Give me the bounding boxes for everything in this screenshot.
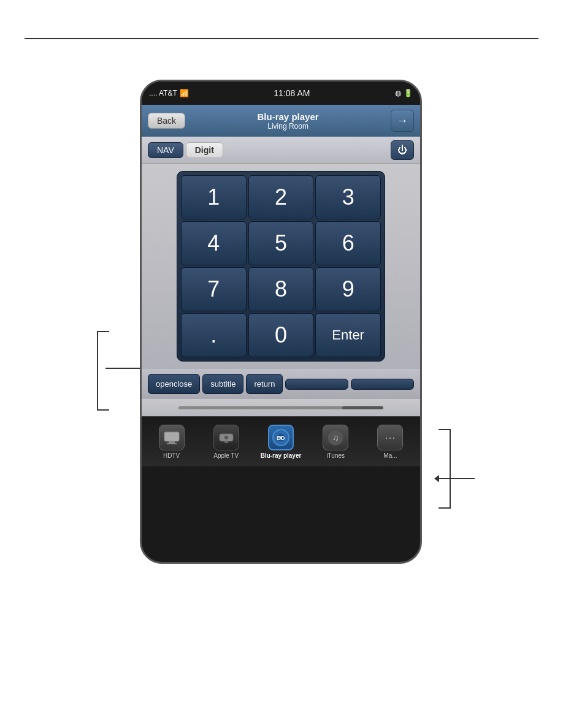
music-icon: ♫ (323, 425, 348, 450)
scroll-area (142, 399, 420, 416)
tv-icon (159, 425, 185, 450)
return-button[interactable]: return (246, 374, 283, 394)
digit-btn-2[interactable]: 2 (248, 175, 314, 219)
phone-frame: .... AT&T 📶 11:08 AM ◍ 🔋 Back Blu-ray pl… (140, 80, 422, 564)
left-bracket (97, 331, 109, 411)
bottom-dock: HDTV Apple TV BD (142, 416, 420, 466)
nav-icon-button[interactable]: → (391, 110, 414, 132)
digit-btn-4[interactable]: 4 (181, 221, 247, 265)
digit-btn-1[interactable]: 1 (181, 175, 247, 219)
scroll-bar[interactable] (178, 406, 383, 409)
bluray-icon: BD (268, 425, 294, 450)
digit-btn-5[interactable]: 5 (248, 221, 314, 265)
header-bar: Back Blu-ray player Living Room → (142, 105, 420, 137)
svg-text:♫: ♫ (332, 433, 339, 442)
dock-item-itunes[interactable]: ♫ iTunes (308, 422, 363, 461)
digit-btn-9[interactable]: 9 (315, 267, 381, 311)
battery-icon: 🔋 (404, 89, 413, 97)
svg-rect-2 (167, 443, 177, 444)
digit-btn-0[interactable]: 0 (248, 313, 314, 357)
digit-area: 1 2 3 4 5 6 7 8 9 . 0 Enter (142, 164, 420, 369)
more-icon: ⋯ (377, 425, 403, 450)
status-right: ◍ 🔋 (395, 89, 413, 97)
header-title-main: Blu-ray player (190, 112, 386, 122)
tab-bar: NAV Digit ⏻ (142, 137, 420, 164)
right-bracket (439, 429, 451, 509)
subtitle-button[interactable]: subtitle (202, 374, 243, 394)
digit-btn-dot[interactable]: . (181, 313, 247, 357)
power-button[interactable]: ⏻ (391, 140, 414, 160)
digit-btn-8[interactable]: 8 (248, 267, 314, 311)
dock-item-bluray[interactable]: BD Blu-ray player (253, 422, 308, 461)
digit-btn-7[interactable]: 7 (181, 267, 247, 311)
digit-btn-enter[interactable]: Enter (315, 313, 381, 357)
right-arrow (438, 478, 475, 479)
apple-tv-icon (213, 425, 239, 450)
carrier-text: .... AT&T (149, 89, 177, 97)
left-arrow (105, 368, 142, 369)
scroll-thumb (342, 406, 383, 409)
status-time: 11:08 AM (274, 88, 310, 98)
power-icon: ⏻ (397, 145, 407, 156)
blank-button-2[interactable] (351, 379, 414, 390)
dock-label-appletv: Apple TV (213, 452, 239, 459)
status-left: .... AT&T 📶 (149, 89, 189, 97)
digit-btn-3[interactable]: 3 (315, 175, 381, 219)
dock-label-itunes: iTunes (326, 452, 345, 459)
dock-item-more[interactable]: ⋯ Ma... (363, 422, 418, 461)
dock-item-hdtv[interactable]: HDTV (144, 422, 199, 461)
svg-rect-4 (224, 441, 228, 443)
dock-label-more: Ma... (383, 452, 397, 459)
header-title: Blu-ray player Living Room (190, 112, 386, 131)
digit-btn-6[interactable]: 6 (315, 221, 381, 265)
tab-digit[interactable]: Digit (186, 142, 223, 158)
arrow-right-icon: → (397, 115, 408, 127)
dock-label-bluray: Blu-ray player (261, 452, 302, 459)
svg-rect-0 (164, 432, 179, 441)
bottom-action-buttons: openclose subtitle return (142, 369, 420, 399)
openclose-button[interactable]: openclose (148, 374, 200, 394)
header-title-sub: Living Room (190, 122, 386, 131)
status-bar: .... AT&T 📶 11:08 AM ◍ 🔋 (142, 82, 420, 105)
back-button[interactable]: Back (148, 113, 185, 129)
svg-rect-1 (169, 441, 175, 443)
blank-button-1[interactable] (285, 379, 348, 390)
dock-label-hdtv: HDTV (163, 452, 180, 459)
tab-nav[interactable]: NAV (148, 142, 183, 158)
wifi-icon: 📶 (180, 89, 189, 97)
svg-text:BD: BD (277, 435, 285, 441)
digit-grid: 1 2 3 4 5 6 7 8 9 . 0 Enter (177, 171, 385, 362)
svg-point-5 (224, 436, 228, 439)
clock-icon: ◍ (395, 89, 401, 97)
top-rule (25, 38, 538, 39)
dock-item-appletv[interactable]: Apple TV (199, 422, 253, 461)
